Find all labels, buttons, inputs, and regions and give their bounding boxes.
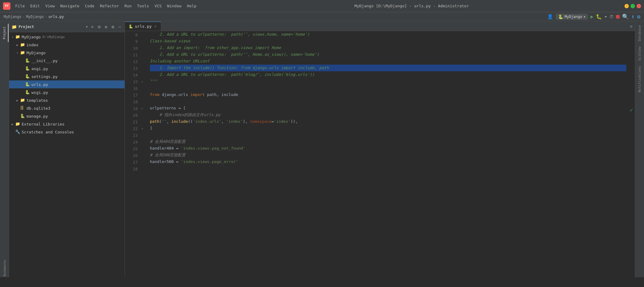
profile-run-button[interactable]: ⏱ — [609, 14, 614, 19]
code-line-13[interactable]: 1. Import the include() function: from d… — [150, 65, 626, 71]
sidebar-collapse-btn[interactable]: ⊟ — [97, 24, 101, 30]
right-panel-database[interactable]: Database — [636, 23, 643, 44]
code-line-8[interactable]: 2. Add a URL to urlpatterns: path('', vi… — [150, 31, 626, 38]
menu-item-edit[interactable]: Edit — [28, 3, 42, 9]
menu-item-file[interactable]: File — [13, 3, 27, 9]
code-line-19[interactable]: urlpatterns = [ — [150, 105, 626, 112]
code-line-16[interactable] — [150, 85, 626, 91]
tab-close-btn[interactable]: ✕ — [154, 24, 157, 29]
code-line-23[interactable] — [150, 132, 626, 138]
code-line-21[interactable]: path('', include(('index.urls', 'index')… — [150, 118, 626, 125]
code-line-25[interactable]: handler404 = 'index.views.pag_not_found' — [150, 145, 626, 152]
tree-item-settings[interactable]: 🐍settings.py — [9, 73, 125, 80]
tab-label: urls.py — [135, 24, 152, 29]
breadcrumb-item-3[interactable]: urls.py — [48, 15, 64, 19]
gutter-fold-12 — [140, 58, 145, 65]
code-line-10[interactable]: 1. Add an import: from other_app.views i… — [150, 44, 626, 51]
code-line-15[interactable]: """ — [150, 78, 626, 85]
search-button[interactable]: 🔍 — [622, 13, 629, 20]
tree-icon-wsgi: 🐍 — [25, 90, 30, 95]
breadcrumb-item-1[interactable]: MyDjango — [4, 15, 21, 19]
tree-arrow-templates[interactable]: ▶ — [15, 98, 19, 102]
update-icon[interactable]: ⬆ — [631, 13, 635, 20]
sidebar-add-btn[interactable]: + — [90, 24, 95, 30]
settings-global-icon[interactable]: ⚙ — [637, 13, 640, 20]
app-logo: PY — [3, 2, 10, 10]
breadcrumb-item-2[interactable]: MyDjango — [26, 15, 44, 19]
gutter-fold-10 — [140, 45, 145, 52]
tree-item-mydjango[interactable]: ▾📁MyDjango — [9, 49, 125, 57]
tree-item-asgi[interactable]: 🐍asgi.py — [9, 65, 125, 73]
tree-item-templates[interactable]: ▶📁templates — [9, 96, 125, 104]
code-line-12[interactable]: Including another URLconf — [150, 58, 626, 65]
tree-arrow-index[interactable]: ▶ — [15, 43, 19, 47]
menu-item-navigate[interactable]: Navigate — [58, 3, 82, 9]
code-line-17[interactable]: from django.urls import path, include — [150, 91, 626, 98]
tree-item-ext_libs[interactable]: ▶📁External Libraries — [9, 120, 125, 128]
menu-item-run[interactable]: Run — [122, 3, 134, 9]
activity-project[interactable]: Project — [1, 24, 9, 42]
run-button[interactable]: ▶ — [590, 14, 593, 19]
close-button[interactable]: ✕ — [637, 4, 641, 8]
tab-urls-py[interactable]: 🐍 urls.py ✕ — [125, 22, 161, 31]
tree-label-templates: templates — [27, 98, 48, 103]
code-line-26[interactable]: # 全局500页面配置 — [150, 152, 626, 158]
line-num-16: 16 — [125, 85, 138, 92]
scroll-gutter[interactable] — [631, 31, 635, 277]
sidebar-dropdown-arrow[interactable]: ▾ — [86, 24, 88, 29]
tree-item-wsgi[interactable]: 🐍wsgi.py — [9, 88, 125, 96]
stop-button[interactable] — [616, 15, 620, 19]
gutter-fold-col: ▾▾▾ — [140, 31, 145, 277]
gutter-fold-15[interactable]: ▾ — [140, 79, 145, 85]
tree-icon-manage: 🐍 — [20, 114, 25, 119]
tree-arrow-ext_libs[interactable]: ▶ — [10, 122, 15, 126]
tree-item-scratches[interactable]: 🔧Scratches and Consoles — [9, 128, 125, 136]
window-controls: − □ ✕ — [625, 4, 641, 8]
tree-item-index[interactable]: ▶📁index — [9, 41, 125, 49]
menu-item-tools[interactable]: Tools — [135, 3, 151, 9]
code-line-24[interactable]: # 全局404页面配置 — [150, 138, 626, 145]
code-line-22[interactable]: ] — [150, 125, 626, 132]
code-line-18[interactable] — [150, 98, 626, 105]
sidebar-folder-icon: 📁 — [12, 24, 17, 29]
tab-settings-btn[interactable]: ⚙ — [628, 22, 635, 31]
coverage-button[interactable]: ☂ — [604, 14, 607, 19]
tree-item-root[interactable]: ▾📁MyDjangoD:\MyDjango — [9, 33, 125, 41]
code-line-27[interactable]: handler500 = 'index.views.page_error' — [150, 158, 626, 165]
tree-arrow-mydjango[interactable]: ▾ — [15, 51, 19, 55]
gutter-fold-19[interactable]: ▾ — [140, 105, 145, 112]
menu-item-help[interactable]: Help — [185, 3, 199, 9]
debug-button[interactable]: 🐛 — [596, 14, 602, 19]
minimize-button[interactable]: − — [625, 4, 629, 8]
sidebar-header: 📁 Project ▾ + ⊟ ≡ ⚙ − — [9, 21, 125, 32]
code-line-28[interactable] — [150, 165, 626, 172]
main-layout: Project Bookmarks 📁 Project ▾ + ⊟ ≡ ⚙ − … — [0, 21, 644, 277]
sidebar-minimize-btn[interactable]: − — [117, 24, 122, 30]
menu-item-window[interactable]: Window — [165, 3, 184, 9]
profile-icon[interactable]: 👤 — [547, 14, 553, 19]
code-line-14[interactable]: 2. Add a URL to urlpatterns: path('blog/… — [150, 71, 626, 78]
code-line-9[interactable]: Class-based views — [150, 38, 626, 44]
code-line-20[interactable]: # 指向index的路由文件urls.py — [150, 112, 626, 118]
tree-item-urls[interactable]: 🐍urls.py — [9, 80, 125, 88]
code-editor[interactable]: 2. Add a URL to urlpatterns: path('', vi… — [145, 31, 631, 277]
gutter-fold-16 — [140, 85, 145, 92]
sidebar-settings-btn[interactable]: ⚙ — [110, 24, 115, 30]
maximize-button[interactable]: □ — [631, 4, 635, 8]
gutter-fold-22[interactable]: ▾ — [140, 126, 145, 132]
menu-item-vcs[interactable]: VCS — [152, 3, 164, 9]
tree-arrow-root[interactable]: ▾ — [10, 35, 15, 39]
sidebar-content: ▾📁MyDjangoD:\MyDjango▶📁index▾📁MyDjango🐍_… — [9, 32, 125, 277]
code-line-11[interactable]: 2. Add a URL to urlpatterns: path('', Ho… — [150, 51, 626, 58]
sidebar-expand-btn[interactable]: ≡ — [104, 24, 108, 30]
run-config-selector[interactable]: 🐍 MyDjango ▾ — [556, 14, 588, 20]
right-panel-sciview[interactable]: SciView — [636, 44, 643, 63]
menu-item-code[interactable]: Code — [83, 3, 97, 9]
tree-item-init[interactable]: 🐍__init__.py — [9, 57, 125, 65]
menu-item-view[interactable]: View — [43, 3, 57, 9]
right-panel-notifications[interactable]: Notifications — [636, 64, 643, 95]
tree-item-manage[interactable]: 🐍manage.py — [9, 112, 125, 120]
tree-item-db[interactable]: 🗄db.sqlite3 — [9, 104, 125, 112]
menu-item-refactor[interactable]: Refactor — [97, 3, 122, 9]
activity-bookmarks[interactable]: Bookmarks — [1, 259, 9, 277]
